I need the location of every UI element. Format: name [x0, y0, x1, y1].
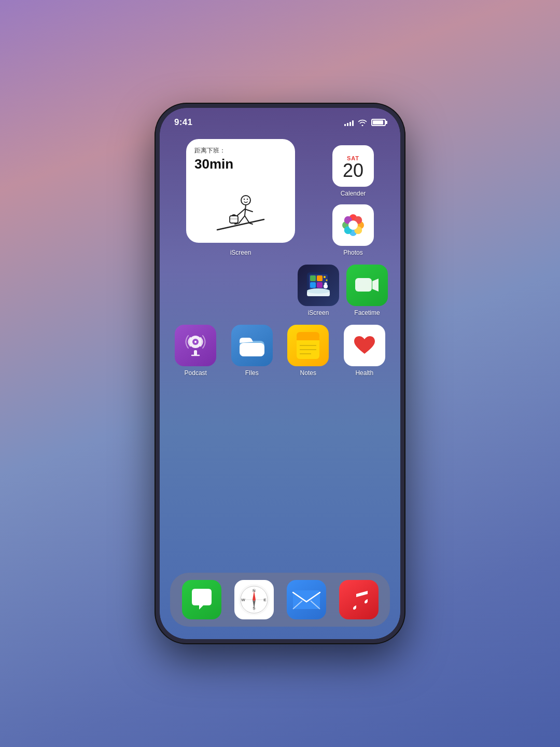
- svg-point-31: [325, 283, 327, 285]
- svg-rect-25: [317, 275, 323, 281]
- phone-screen: 9:41: [160, 108, 400, 639]
- svg-rect-11: [230, 216, 238, 223]
- svg-text:W: W: [241, 598, 245, 602]
- svg-point-29: [326, 280, 328, 281]
- dock-safari[interactable]: N S E W: [234, 580, 274, 619]
- photos-label: Photos: [343, 249, 362, 256]
- widget-app-label: iScreen: [230, 249, 251, 256]
- signal-icon: [344, 119, 354, 126]
- wifi-icon: [358, 119, 367, 126]
- dock-mail[interactable]: [287, 580, 326, 619]
- app-podcast[interactable]: Podcast: [175, 325, 216, 377]
- svg-point-2: [244, 199, 245, 200]
- widget-title: 距离下班：: [194, 146, 287, 155]
- svg-line-5: [237, 209, 245, 216]
- svg-point-3: [247, 199, 248, 200]
- notes-label: Notes: [300, 369, 316, 377]
- svg-line-7: [239, 216, 245, 223]
- svg-line-6: [245, 209, 253, 212]
- calendar-date: 20: [343, 161, 363, 180]
- svg-rect-27: [317, 282, 323, 288]
- app-calendar[interactable]: SAT 20 Calender: [332, 145, 374, 197]
- svg-point-36: [307, 288, 330, 294]
- status-icons: [344, 119, 386, 126]
- dock-music[interactable]: [339, 580, 379, 619]
- calendar-label: Calender: [341, 190, 366, 197]
- svg-marker-38: [372, 279, 379, 292]
- status-time: 9:41: [174, 117, 192, 128]
- svg-point-41: [194, 341, 197, 343]
- battery-icon: [371, 119, 386, 126]
- app-row-1: 距离下班： 30min: [170, 139, 390, 256]
- svg-rect-45: [240, 343, 264, 356]
- svg-line-8: [245, 216, 249, 223]
- svg-line-4: [245, 205, 246, 216]
- app-facetime[interactable]: Facetime: [346, 265, 388, 316]
- widget-iscreen-box[interactable]: 距离下班： 30min: [186, 139, 295, 243]
- dock-messages[interactable]: [182, 580, 221, 619]
- app-iscreen-small[interactable]: iScreen: [298, 265, 339, 316]
- widget-illustration: [194, 172, 287, 238]
- svg-point-28: [324, 276, 326, 278]
- svg-rect-65: [293, 590, 320, 609]
- svg-point-21: [348, 220, 358, 230]
- svg-rect-48: [297, 338, 319, 340]
- status-bar: 9:41: [160, 108, 400, 134]
- screen-content: 距离下班： 30min: [160, 134, 400, 573]
- svg-point-1: [241, 196, 250, 205]
- facetime-label: Facetime: [354, 309, 380, 316]
- app-notes[interactable]: Notes: [287, 325, 329, 377]
- svg-line-10: [249, 223, 253, 224]
- app-row-2: iScreen Facetime: [170, 265, 390, 316]
- widget-time: 30min: [194, 156, 287, 172]
- app-health[interactable]: Health: [344, 325, 385, 377]
- svg-rect-26: [310, 282, 316, 288]
- col-right: SAT 20 Calender: [332, 145, 374, 256]
- svg-rect-24: [310, 275, 316, 281]
- health-label: Health: [355, 369, 373, 377]
- svg-rect-37: [355, 278, 372, 292]
- files-label: FIles: [245, 369, 259, 377]
- iscreen-widget[interactable]: 距离下班： 30min: [186, 139, 295, 256]
- podcast-label: Podcast: [185, 369, 207, 377]
- app-files[interactable]: FIles: [231, 325, 273, 377]
- dock: N S E W: [170, 573, 390, 627]
- svg-rect-42: [194, 350, 197, 355]
- phone-frame: 9:41: [156, 104, 404, 643]
- app-photos[interactable]: Photos: [332, 204, 374, 256]
- iscreen-small-label: iScreen: [308, 309, 329, 316]
- svg-text:E: E: [263, 598, 267, 602]
- app-row-3: Podcast FIles: [170, 325, 390, 377]
